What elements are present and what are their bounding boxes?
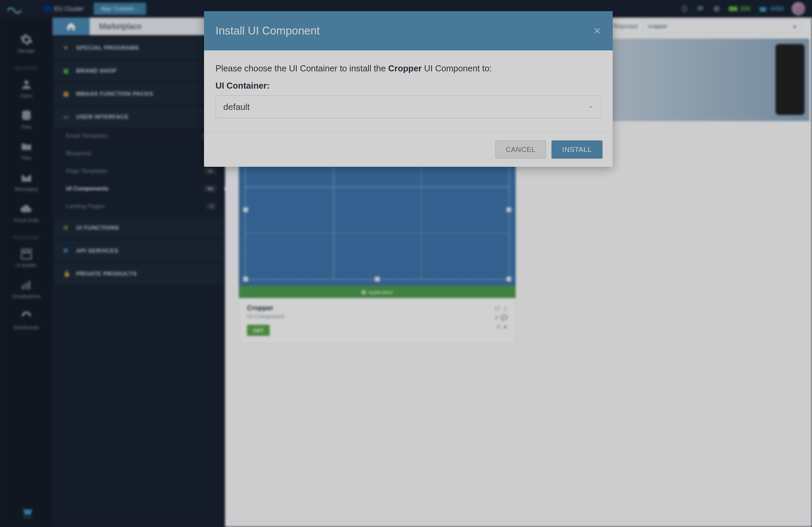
modal-overlay[interactable]: [0, 0, 812, 527]
